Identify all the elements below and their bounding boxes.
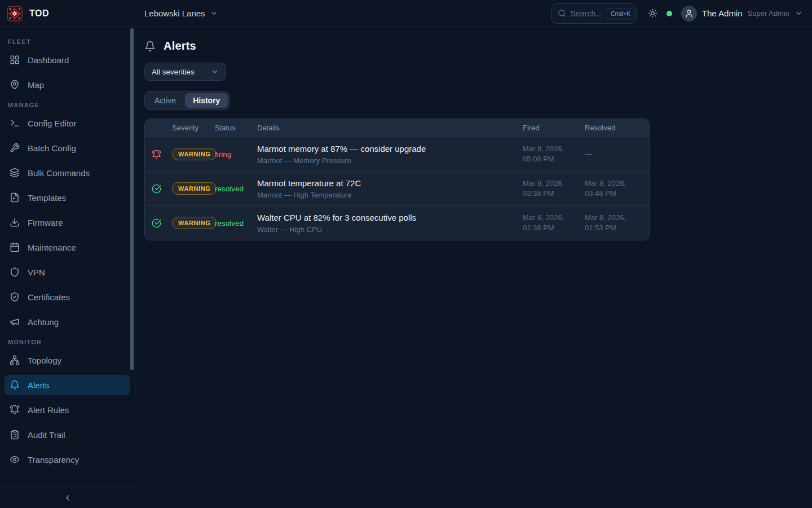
clipboard-list-icon — [10, 430, 20, 440]
sidebar-item-alert-rules[interactable]: Alert Rules — [5, 400, 130, 420]
alerts-page: Alerts All severities Active History Sev… — [135, 27, 812, 240]
severity-filter-value: All severities — [152, 68, 195, 76]
shield-check-icon — [10, 292, 20, 302]
bell-icon — [144, 41, 156, 52]
sidebar-item-label: Maintenance — [28, 243, 76, 252]
sidebar-item-audit-trail[interactable]: Audit Trail — [5, 424, 130, 445]
sidebar-item-label: VPN — [28, 268, 45, 277]
alerts-table: Severity Status Details Fired Resolved W… — [144, 119, 650, 240]
sidebar-item-certificates[interactable]: Certificates — [5, 287, 130, 307]
column-header-fired: Fired — [518, 124, 580, 132]
tab-history[interactable]: History — [185, 93, 228, 108]
sidebar-item-batch-config[interactable]: Batch Config — [5, 138, 130, 158]
search-icon — [558, 9, 566, 17]
sidebar-item-label: Firmware — [28, 218, 63, 227]
alert-title: Walter CPU at 82% for 3 consecutive poll… — [257, 213, 514, 222]
sidebar-item-label: Alert Rules — [28, 405, 69, 415]
table-row[interactable]: WARNING resolved Marmot temperature at 7… — [145, 171, 649, 205]
map-pin-icon — [10, 80, 20, 90]
sidebar-item-label: Templates — [28, 193, 66, 203]
site-selector-label: Lebowski Lanes — [144, 8, 205, 18]
layers-icon — [10, 168, 20, 178]
sidebar-item-label: Dashboard — [28, 55, 69, 65]
terminal-icon — [10, 118, 20, 128]
section-label-fleet: Fleet — [5, 38, 130, 45]
user-role-badge: Super Admin — [748, 9, 789, 17]
sidebar-item-maintenance[interactable]: Maintenance — [5, 237, 130, 257]
table-row[interactable]: WARNING resolved Walter CPU at 82% for 3… — [145, 205, 649, 240]
bell-ring-icon — [10, 405, 20, 415]
sidebar-item-templates[interactable]: Templates — [5, 187, 130, 208]
alerts-view-tabs: Active History — [144, 91, 230, 110]
sidebar-nav: Fleet Dashboard Map Manage Config Editor… — [0, 27, 135, 487]
sun-icon — [648, 8, 657, 18]
sidebar-item-vpn[interactable]: VPN — [5, 262, 130, 282]
column-header-resolved: Resolved — [580, 124, 649, 132]
bell-ring-icon — [145, 150, 167, 159]
page-header: Alerts — [144, 40, 803, 52]
sidebar-item-label: Audit Trail — [28, 430, 65, 440]
sidebar-item-bulk-commands[interactable]: Bulk Commands — [5, 163, 130, 183]
status-text: resolved — [210, 219, 253, 227]
megaphone-icon — [10, 317, 20, 327]
alert-subtitle: Marmot — High Temperature — [257, 191, 514, 199]
topbar: Lebowski Lanes Search... Cmd+K The Admin… — [135, 0, 812, 27]
brand-logo-icon — [7, 6, 23, 21]
alert-subtitle: Walter — High CPU — [257, 225, 514, 234]
severity-filter-select[interactable]: All severities — [144, 63, 226, 81]
chevron-down-icon — [795, 9, 803, 17]
sidebar-item-label: Map — [28, 80, 44, 90]
table-row[interactable]: WARNING firing Marmot memory at 87% — co… — [145, 137, 649, 171]
sidebar-item-config-editor[interactable]: Config Editor — [5, 113, 130, 133]
alert-subtitle: Marmot — Memory Pressure — [257, 156, 514, 165]
chevron-down-icon — [210, 9, 218, 17]
site-selector[interactable]: Lebowski Lanes — [144, 8, 218, 18]
connection-status-dot — [667, 11, 672, 16]
check-circle-icon — [145, 184, 167, 194]
sidebar-header: TOD — [0, 0, 135, 27]
sidebar-item-dashboard[interactable]: Dashboard — [5, 50, 130, 70]
user-menu[interactable]: The Admin Super Admin — [681, 6, 803, 21]
sidebar-scrollbar[interactable] — [130, 28, 134, 370]
avatar — [681, 6, 697, 21]
sidebar-item-label: Transparency — [28, 455, 79, 465]
column-header-severity: Severity — [167, 124, 210, 132]
sidebar-item-label: Topology — [28, 356, 61, 365]
fired-time: Mar 8, 2026, 03:38 PM — [518, 178, 580, 198]
bell-icon — [10, 380, 20, 390]
chevron-left-icon — [63, 493, 72, 502]
sidebar-item-topology[interactable]: Topology — [5, 350, 130, 370]
alert-title: Marmot temperature at 72C — [257, 178, 514, 188]
column-header-details: Details — [253, 124, 518, 132]
sidebar-item-label: Alerts — [28, 380, 49, 390]
file-icon — [10, 192, 20, 203]
fired-time: Mar 8, 2026, 05:08 PM — [518, 144, 580, 164]
search-shortcut-badge: Cmd+K — [607, 8, 634, 19]
sidebar-item-label: Batch Config — [28, 143, 76, 153]
sidebar: TOD Fleet Dashboard Map Manage Config Ed… — [0, 0, 135, 508]
tab-active[interactable]: Active — [147, 93, 184, 108]
sidebar-item-transparency[interactable]: Transparency — [5, 449, 130, 470]
sidebar-item-map[interactable]: Map — [5, 75, 130, 95]
user-icon — [685, 9, 694, 18]
sidebar-collapse-button[interactable] — [0, 487, 135, 508]
resolved-time: — — [580, 149, 649, 159]
user-name: The Admin — [702, 8, 743, 18]
wrench-icon — [10, 143, 20, 153]
theme-toggle-button[interactable] — [648, 8, 657, 18]
sidebar-item-label: Config Editor — [28, 119, 77, 128]
shield-icon — [10, 267, 20, 277]
main-area: Lebowski Lanes Search... Cmd+K The Admin… — [135, 0, 812, 508]
layout-dashboard-icon — [10, 55, 20, 65]
sidebar-item-alerts[interactable]: Alerts — [5, 375, 130, 395]
sidebar-item-achtung[interactable]: Achtung — [5, 312, 130, 332]
sidebar-item-firmware[interactable]: Firmware — [5, 212, 130, 233]
eye-icon — [10, 454, 20, 465]
section-label-monitor: Monitor — [5, 339, 130, 345]
column-header-status: Status — [210, 124, 253, 132]
status-text: resolved — [210, 185, 253, 193]
resolved-time: Mar 8, 2026, 01:53 PM — [580, 213, 649, 233]
resolved-time: Mar 8, 2026, 03:48 PM — [580, 178, 649, 198]
check-circle-icon — [145, 218, 167, 228]
search-input[interactable]: Search... Cmd+K — [551, 3, 637, 24]
